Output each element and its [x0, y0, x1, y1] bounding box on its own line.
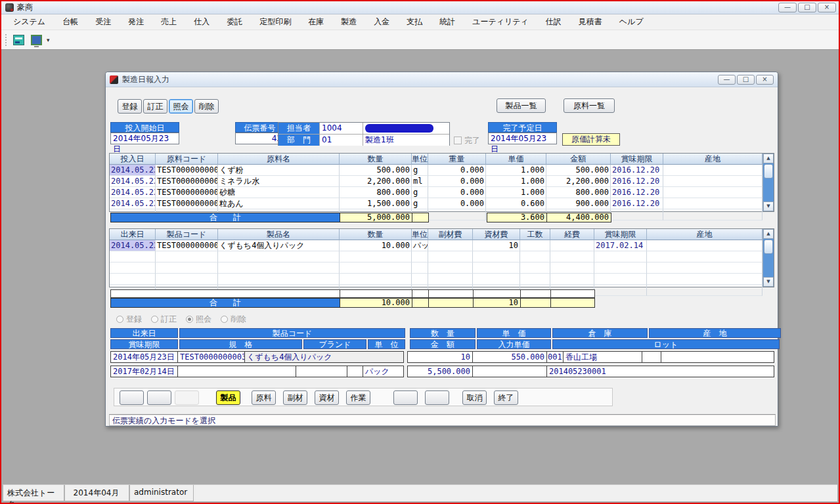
menu-item-help[interactable]: ヘルプ [619, 16, 644, 28]
table-row[interactable]: 2014.05.23TEST00000000034砂糖800.000g0.000… [110, 187, 774, 198]
materials-scrollbar[interactable]: ▲ ▼ [763, 154, 774, 211]
radio-register[interactable]: 登録 [116, 314, 142, 325]
menu-item-deposits[interactable]: 入金 [374, 16, 389, 28]
col-header[interactable]: 賞味期限 [594, 229, 647, 240]
menu-item-orders-placed[interactable]: 発注 [128, 16, 144, 28]
product-list-button[interactable]: 製品一覧 [497, 98, 546, 113]
correct-button[interactable]: 訂正 [143, 99, 167, 114]
products-scrollbar[interactable]: ▲ ▼ [763, 229, 774, 287]
col-header[interactable]: 出来日 [110, 229, 156, 240]
scroll-thumb[interactable] [764, 164, 773, 178]
dialog-close-button[interactable]: × [756, 75, 774, 85]
toolbar-dropdown-icon[interactable]: ▾ [47, 37, 50, 43]
monitor-tool-icon[interactable] [31, 35, 42, 45]
menu-item-journal[interactable]: 仕訳 [546, 16, 562, 28]
due-date-field[interactable]: 2014年05月23日 [488, 133, 557, 144]
menu-item-ledger[interactable]: 台帳 [62, 16, 78, 28]
menu-item-utility[interactable]: ユーティリティ [472, 16, 529, 28]
maximize-button[interactable]: □ [798, 3, 816, 12]
bottom-button-2[interactable] [147, 390, 171, 405]
radio-correct[interactable]: 訂正 [151, 314, 177, 325]
total-qty: 5,000.000 [340, 213, 412, 222]
dialog-minimize-button[interactable]: — [718, 75, 736, 85]
supplies-mode-button[interactable]: 資材 [315, 390, 339, 405]
inquire-button[interactable]: 照会 [169, 99, 193, 114]
minimize-button[interactable]: — [778, 3, 797, 12]
scroll-down-icon[interactable]: ▼ [763, 201, 774, 211]
col-header[interactable]: 投入日 [110, 154, 156, 165]
col-header[interactable]: 数量 [340, 229, 412, 240]
col-header[interactable]: 産地 [663, 154, 763, 165]
bottom-button-9[interactable] [393, 390, 418, 405]
person-name-field[interactable] [363, 123, 449, 134]
cancel-button[interactable]: 取消 [462, 390, 487, 405]
person-code-field[interactable]: 1004 [319, 123, 363, 134]
menu-item-consignment[interactable]: 委託 [227, 16, 242, 28]
menu-item-system[interactable]: システム [13, 16, 45, 28]
dept-name-field[interactable]: 製造1班 [363, 135, 449, 146]
col-header[interactable]: 副材費 [428, 229, 473, 240]
menu-item-statistics[interactable]: 統計 [439, 16, 455, 28]
col-header[interactable]: 原料コード [156, 154, 218, 165]
col-header[interactable]: 重量 [428, 154, 486, 165]
menu-item-inventory[interactable]: 在庫 [308, 16, 324, 28]
col-header[interactable]: 金額 [546, 154, 611, 165]
dialog-maximize-button[interactable]: □ [737, 75, 755, 85]
table-row[interactable]: 2014.05.23TEST00000000033ミネラル水2,200.000m… [110, 176, 774, 187]
delete-button[interactable]: 削除 [194, 99, 219, 114]
radio-delete[interactable]: 削除 [221, 314, 246, 325]
submaterial-mode-button[interactable]: 副材 [283, 390, 307, 405]
exit-button[interactable]: 終了 [494, 390, 518, 405]
table-row[interactable]: 2014.05.23TEST00000000032くず粉500.000g0.00… [110, 165, 774, 176]
dept-code-field[interactable]: 01 [319, 135, 363, 146]
col-header[interactable]: 原料名 [218, 154, 340, 165]
menu-item-payments[interactable]: 支払 [407, 16, 422, 28]
col-header[interactable]: 資材費 [473, 229, 520, 240]
scroll-up-icon[interactable]: ▲ [763, 229, 774, 239]
col-header[interactable]: 単位 [412, 229, 428, 240]
table-row[interactable]: 2014.05.23TEST00000000037くずもち4個入りパック10.0… [110, 240, 774, 251]
col-header[interactable]: 経費 [550, 229, 594, 240]
menu-item-manufacturing[interactable]: 製造 [341, 16, 357, 28]
col-header[interactable]: 製品名 [218, 229, 340, 240]
radio-inquire[interactable]: 照会 [186, 314, 211, 325]
detail-col-amount: 金 額 [410, 339, 475, 349]
col-header[interactable]: 単価 [486, 154, 546, 165]
col-header[interactable]: 単位 [412, 154, 428, 165]
scroll-up-icon[interactable]: ▲ [763, 154, 774, 163]
material-list-button[interactable]: 原料一覧 [564, 98, 615, 113]
detail-col-brand: ブランド [303, 339, 366, 349]
bottom-button-10[interactable] [425, 390, 449, 405]
work-mode-button[interactable]: 作業 [346, 390, 370, 405]
scroll-down-icon[interactable]: ▼ [763, 277, 774, 287]
detail-name-field: くずもち4個入りパック [245, 351, 404, 363]
detail-code-field: TEST00000000037 [178, 351, 245, 363]
detail-warehouse-name-field: 香山工場 [564, 351, 642, 363]
menu-item-sales[interactable]: 売上 [161, 16, 177, 28]
total-label: 合 計 [110, 213, 340, 222]
detail-data-row-2[interactable]: 2017年02月14日 パック 5,500.000 201405230001 [110, 366, 774, 377]
product-mode-button[interactable]: 製品 [216, 390, 240, 405]
menu-item-orders-received[interactable]: 受注 [95, 16, 111, 28]
col-header[interactable]: 製品コード [156, 229, 218, 240]
col-header[interactable]: 数量 [340, 154, 412, 165]
menu-item-purchase[interactable]: 仕入 [194, 16, 210, 28]
material-mode-button[interactable]: 原料 [252, 390, 276, 405]
close-button[interactable]: × [818, 3, 836, 12]
complete-checkbox[interactable]: 完了 [454, 135, 480, 146]
slip-no-field[interactable]: 43 [235, 133, 284, 144]
menu-item-estimate[interactable]: 見積書 [579, 16, 602, 28]
scroll-thumb[interactable] [764, 240, 773, 254]
form-tool-icon[interactable] [13, 35, 24, 45]
table-row[interactable]: 2014.05.23TEST00000000036粒あん1,500.000g0.… [110, 198, 774, 209]
register-button[interactable]: 登録 [118, 99, 142, 114]
menu-item-print[interactable]: 定型印刷 [259, 16, 291, 28]
col-header[interactable]: 産地 [647, 229, 763, 240]
start-date-field[interactable]: 2014年05月23日 [110, 133, 179, 144]
bottom-button-1[interactable] [120, 390, 144, 405]
detail-data-row-1[interactable]: 2014年05月23日 TEST00000000037 くずもち4個入りパック … [110, 351, 774, 363]
col-header[interactable]: 賞味期限 [611, 154, 663, 165]
products-header-row: 出来日 製品コード 製品名 数量 単位 副材費 資材費 工数 経費 賞味期限 産… [110, 229, 774, 240]
col-header[interactable]: 工数 [520, 229, 550, 240]
bottom-button-3[interactable] [175, 390, 199, 405]
